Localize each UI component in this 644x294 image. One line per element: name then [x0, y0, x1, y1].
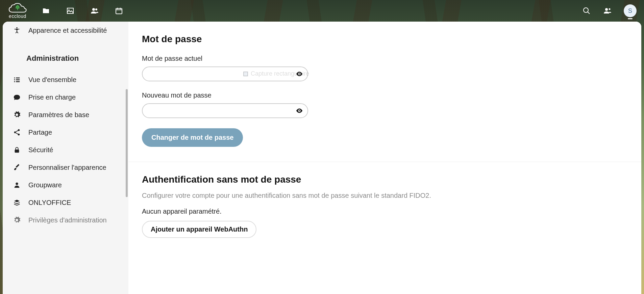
new-password-input[interactable]	[142, 103, 308, 118]
svg-rect-22	[15, 150, 19, 153]
sidebar-item-label: Prise en charge	[28, 93, 76, 101]
toggle-password-visibility-button[interactable]	[295, 107, 303, 115]
svg-rect-15	[14, 81, 15, 82]
search-icon[interactable]	[582, 6, 591, 16]
svg-rect-17	[16, 79, 20, 80]
sidebar-item-support[interactable]: Prise en charge	[3, 88, 128, 106]
header-right: S	[582, 4, 640, 17]
sidebar-item-label: Apparence et accessibilité	[28, 27, 107, 34]
svg-rect-18	[16, 81, 20, 82]
share-icon	[13, 128, 21, 136]
change-password-button[interactable]: Changer de mot de passe	[142, 128, 243, 147]
sidebar-item-appearance[interactable]: Apparence et accessibilité	[3, 22, 128, 39]
svg-point-11	[609, 8, 611, 10]
sidebar-item-onlyoffice[interactable]: ONLYOFFICE	[3, 194, 128, 211]
svg-point-6	[92, 8, 95, 11]
header: eccloud S	[0, 0, 644, 22]
svg-rect-13	[14, 78, 15, 79]
layers-icon	[13, 198, 21, 207]
svg-point-5	[69, 9, 70, 10]
list-icon	[13, 76, 21, 84]
sidebar-item-label: Sécurité	[28, 146, 53, 154]
avatar-initial: S	[628, 7, 632, 15]
svg-point-7	[95, 8, 97, 10]
app-logo[interactable]: eccloud	[4, 1, 31, 20]
accessibility-icon	[13, 26, 21, 34]
cloud-leaf-icon	[8, 3, 27, 14]
svg-point-0	[16, 7, 17, 8]
sidebar-item-theming[interactable]: Personnaliser l'apparence	[3, 159, 128, 176]
capture-hint-text: Capture rectangulaire	[251, 70, 309, 77]
webauthn-section: Authentification sans mot de passe Confi…	[128, 162, 641, 253]
svg-point-23	[16, 183, 18, 185]
svg-point-1	[18, 7, 20, 8]
sidebar-item-label: Groupware	[28, 181, 62, 189]
lock-icon	[13, 146, 21, 154]
sidebar-item-label: Privilèges d'administration	[28, 216, 107, 224]
files-app-icon[interactable]	[41, 6, 51, 16]
logo-text: eccloud	[9, 14, 26, 19]
svg-point-20	[14, 131, 16, 133]
sidebar-item-label: ONLYOFFICE	[28, 199, 71, 207]
user-icon	[13, 181, 21, 189]
chat-icon	[13, 93, 21, 101]
sidebar-item-overview[interactable]: Vue d'ensemble	[3, 71, 128, 88]
section-title: Authentification sans mot de passe	[142, 174, 628, 185]
calendar-app-icon[interactable]	[114, 6, 124, 16]
user-avatar[interactable]: S	[624, 4, 637, 17]
sidebar-item-label: Personnaliser l'apparence	[28, 164, 106, 171]
svg-point-10	[605, 8, 608, 11]
webauthn-status: Aucun appareil paramétré.	[142, 208, 628, 215]
password-section: Mot de passe Mot de passe actuel Nouveau…	[128, 22, 641, 162]
svg-rect-14	[14, 79, 15, 80]
app-nav	[41, 6, 124, 16]
capture-rect-icon	[243, 72, 248, 76]
section-description: Configurer votre compte pour une authent…	[142, 192, 628, 199]
sidebar-item-label: Partage	[28, 129, 52, 136]
new-password-label: Nouveau mot de passe	[142, 91, 628, 99]
new-password-wrap	[142, 103, 308, 118]
svg-point-25	[299, 110, 300, 111]
add-webauthn-device-button[interactable]: Ajouter un appareil WebAuthn	[142, 221, 256, 238]
sidebar-item-label: Paramètres de base	[28, 111, 89, 119]
sidebar-item-label: Vue d'ensemble	[28, 76, 76, 84]
svg-rect-16	[16, 78, 20, 79]
svg-point-9	[584, 8, 588, 12]
photos-app-icon[interactable]	[66, 6, 75, 16]
svg-rect-8	[116, 8, 122, 14]
sidebar-section-header: Administration	[3, 39, 128, 71]
settings-sidebar: Apparence et accessibilité Administratio…	[3, 22, 128, 294]
section-title: Mot de passe	[142, 34, 628, 45]
scrollbar-thumb[interactable]	[126, 89, 128, 197]
sidebar-item-basic-settings[interactable]: Paramètres de base	[3, 106, 128, 124]
svg-point-12	[16, 27, 18, 29]
current-password-label: Mot de passe actuel	[142, 55, 628, 62]
sidebar-item-admin-privileges[interactable]: Privilèges d'administration	[3, 211, 128, 229]
brush-icon	[13, 163, 21, 171]
gear-icon	[13, 111, 21, 119]
sidebar-item-groupware[interactable]: Groupware	[3, 176, 128, 194]
gear-icon	[13, 216, 21, 224]
eye-icon	[296, 107, 303, 114]
content-area: Mot de passe Mot de passe actuel Nouveau…	[128, 22, 641, 294]
screenshot-tool-overlay: Capture rectangulaire	[240, 69, 313, 79]
svg-point-4	[17, 5, 18, 6]
contacts-menu-icon[interactable]	[603, 6, 612, 16]
sidebar-item-sharing[interactable]: Partage	[3, 124, 128, 141]
main-container: Apparence et accessibilité Administratio…	[3, 22, 641, 294]
contacts-app-icon[interactable]	[90, 6, 99, 16]
sidebar-item-security[interactable]: Sécurité	[3, 141, 128, 159]
